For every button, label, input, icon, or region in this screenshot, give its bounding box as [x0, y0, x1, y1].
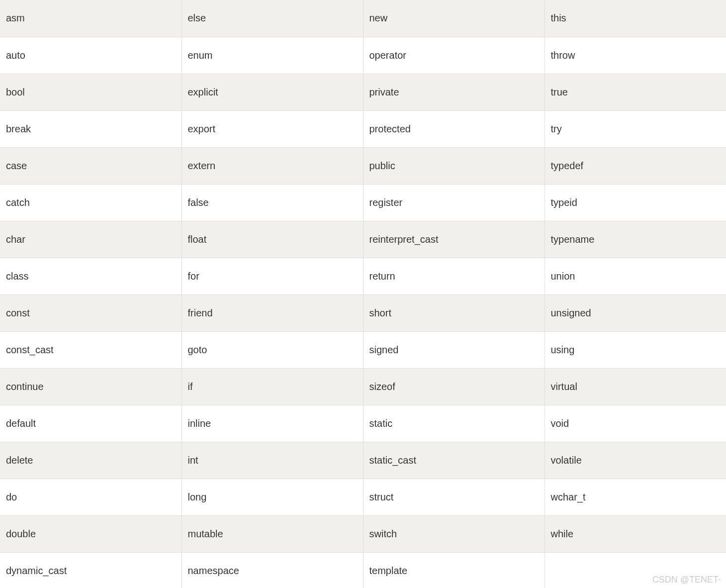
table-row: delete int static_cast volatile [0, 442, 726, 479]
table-cell: union [544, 258, 726, 294]
table-cell: static_cast [363, 442, 544, 479]
table-cell: typename [544, 221, 726, 258]
table-cell: inline [182, 405, 363, 442]
table-cell: new [363, 0, 544, 37]
table-cell: explicit [182, 74, 363, 110]
table-cell: sizeof [363, 368, 544, 405]
table-cell: goto [182, 331, 363, 368]
table-cell: const_cast [0, 331, 182, 368]
table-cell: default [0, 405, 182, 442]
table-cell: private [363, 74, 544, 110]
table-cell: long [182, 479, 363, 515]
table-cell: auto [0, 37, 182, 74]
table-cell: short [363, 294, 544, 331]
table-cell: operator [363, 37, 544, 74]
table-cell: this [544, 0, 726, 37]
table-cell: true [544, 74, 726, 110]
table-row: asm else new this [0, 0, 726, 37]
table-cell: return [363, 258, 544, 294]
table-cell: double [0, 515, 182, 552]
table-cell: typedef [544, 147, 726, 184]
table-row: bool explicit private true [0, 74, 726, 110]
table-cell: char [0, 221, 182, 258]
table-cell: while [544, 515, 726, 552]
table-cell: extern [182, 147, 363, 184]
table-cell: void [544, 405, 726, 442]
table-cell: struct [363, 479, 544, 515]
table-cell: protected [363, 110, 544, 147]
table-cell: register [363, 184, 544, 221]
table-cell: dynamic_cast [0, 552, 182, 588]
table-cell: bool [0, 74, 182, 110]
table-row: dynamic_cast namespace template [0, 552, 726, 588]
table-cell: namespace [182, 552, 363, 588]
table-cell: throw [544, 37, 726, 74]
table-cell: asm [0, 0, 182, 37]
table-cell: mutable [182, 515, 363, 552]
table-row: case extern public typedef [0, 147, 726, 184]
table-cell: public [363, 147, 544, 184]
table-cell: export [182, 110, 363, 147]
table-cell: enum [182, 37, 363, 74]
table-cell: signed [363, 331, 544, 368]
table-row: char float reinterpret_cast typename [0, 221, 726, 258]
table-cell: try [544, 110, 726, 147]
table-cell: typeid [544, 184, 726, 221]
table-cell [544, 552, 726, 588]
table-cell: friend [182, 294, 363, 331]
table-row: default inline static void [0, 405, 726, 442]
table-cell: unsigned [544, 294, 726, 331]
table-cell: delete [0, 442, 182, 479]
table-cell: break [0, 110, 182, 147]
table-cell: volatile [544, 442, 726, 479]
table-cell: float [182, 221, 363, 258]
table-row: class for return union [0, 258, 726, 294]
table-row: auto enum operator throw [0, 37, 726, 74]
table-cell: continue [0, 368, 182, 405]
table-cell: template [363, 552, 544, 588]
table-cell: class [0, 258, 182, 294]
table-body: asm else new this auto enum operator thr… [0, 0, 726, 588]
table-cell: else [182, 0, 363, 37]
table-row: catch false register typeid [0, 184, 726, 221]
keywords-table: asm else new this auto enum operator thr… [0, 0, 726, 588]
table-cell: int [182, 442, 363, 479]
table-cell: const [0, 294, 182, 331]
table-cell: reinterpret_cast [363, 221, 544, 258]
table-row: continue if sizeof virtual [0, 368, 726, 405]
table-row: break export protected try [0, 110, 726, 147]
table-cell: if [182, 368, 363, 405]
table-row: const_cast goto signed using [0, 331, 726, 368]
table-cell: using [544, 331, 726, 368]
table-cell: case [0, 147, 182, 184]
table-cell: false [182, 184, 363, 221]
table-row: const friend short unsigned [0, 294, 726, 331]
table-cell: wchar_t [544, 479, 726, 515]
table-row: do long struct wchar_t [0, 479, 726, 515]
table-cell: static [363, 405, 544, 442]
table-cell: virtual [544, 368, 726, 405]
table-cell: switch [363, 515, 544, 552]
table-row: double mutable switch while [0, 515, 726, 552]
table-cell: do [0, 479, 182, 515]
table-cell: for [182, 258, 363, 294]
table-cell: catch [0, 184, 182, 221]
